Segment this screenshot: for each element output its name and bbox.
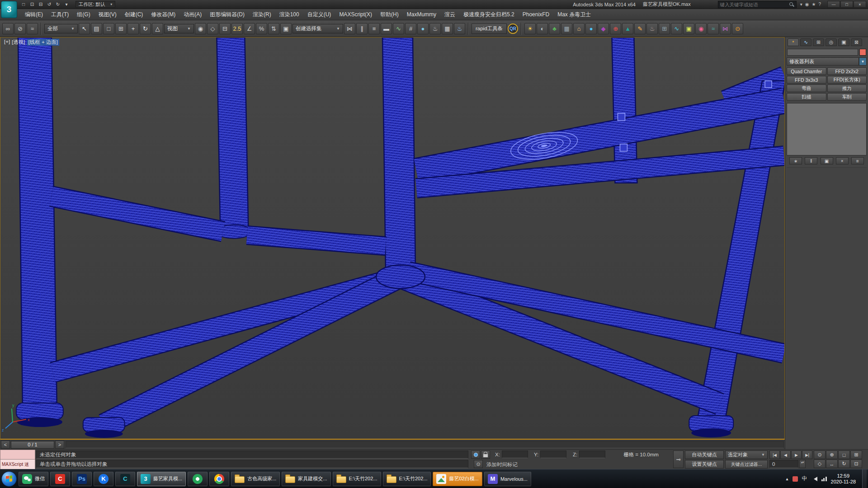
add-time-tag[interactable]: 添加时间标记 xyxy=(486,461,518,468)
menu-item[interactable]: 渲染(R) xyxy=(249,9,275,20)
named-selection-sets-dropdown[interactable]: 创建选择集 ▼ xyxy=(292,24,343,33)
bind-to-spacewarp-icon[interactable]: ≈ xyxy=(27,23,38,34)
tray-security-icon[interactable] xyxy=(793,476,798,482)
qat-dropdown-icon[interactable]: ▾ xyxy=(63,1,70,8)
modifier-button[interactable]: 推力 xyxy=(827,84,867,92)
taskbar-item-tengyi02[interactable]: 藤艺02白模... xyxy=(433,472,482,486)
pencil-icon[interactable]: ✎ xyxy=(634,23,646,34)
select-by-name-icon[interactable]: ▤ xyxy=(91,23,102,34)
grid-array-icon[interactable]: ▦ xyxy=(561,23,572,34)
start-button[interactable] xyxy=(1,471,17,487)
time-slider-handle[interactable]: 0 / 1 xyxy=(11,441,54,449)
menu-item[interactable]: 帮助(H) xyxy=(376,9,403,20)
mirror-icon[interactable]: ⋈ xyxy=(344,23,355,34)
menu-item[interactable]: 渲染100 xyxy=(275,9,303,20)
workspace-selector[interactable]: 工作区: 默认 ▾ xyxy=(75,1,115,8)
maxscript-mini-listener[interactable]: MAXScript 迷 xyxy=(0,450,35,469)
menu-item[interactable]: 图形编辑器(D) xyxy=(206,9,249,20)
align-icon[interactable]: ∥ xyxy=(356,23,368,34)
menu-item[interactable]: 渲云 xyxy=(440,9,459,20)
play-icon[interactable]: ▶ xyxy=(791,450,802,459)
target-plus-icon[interactable]: ⊕ xyxy=(610,23,621,34)
select-object-icon[interactable]: ↖ xyxy=(79,23,90,34)
curve-editor-icon[interactable]: ∿ xyxy=(393,23,404,34)
favorites-star-icon[interactable]: ★ xyxy=(811,2,816,7)
modifier-button[interactable]: FFD 2x2x2 xyxy=(827,67,867,75)
current-frame-field[interactable]: 0 xyxy=(769,460,798,468)
next-frame-button[interactable]: > xyxy=(55,441,64,449)
search-icon[interactable] xyxy=(789,2,794,7)
key-filters-button[interactable]: 关键点过滤器... xyxy=(725,460,768,469)
select-and-scale-icon[interactable]: △ xyxy=(152,23,163,34)
undo-icon[interactable]: ↺ xyxy=(46,1,53,8)
approx-icon[interactable]: ≈ xyxy=(708,23,719,34)
taskbar-item-folder-2[interactable]: 家具建模交... xyxy=(282,472,330,486)
graphite-ribbon-icon[interactable]: ▬ xyxy=(381,23,392,34)
taskbar-item-folder-4[interactable]: E:\天竹202... xyxy=(383,472,431,486)
window-crossing-icon[interactable]: ⊞ xyxy=(115,23,127,34)
layer-manager-icon[interactable]: ≡ xyxy=(368,23,380,34)
go-to-start-icon[interactable]: |◀ xyxy=(769,450,780,459)
percent-snap-icon[interactable]: % xyxy=(256,23,267,34)
modifier-button[interactable]: 扫描 xyxy=(787,93,826,101)
motion-tab[interactable]: ◎ xyxy=(826,38,837,46)
zoom-extents-icon[interactable]: □ xyxy=(838,450,850,459)
reference-coordinate-dropdown[interactable]: 视图 ▼ xyxy=(164,24,194,33)
render-setup-icon[interactable]: ♨ xyxy=(429,23,441,34)
viewport-canvas[interactable]: x y z xyxy=(0,38,784,439)
viewport-menu-view[interactable]: [透视] xyxy=(12,39,25,46)
display-tab[interactable]: ▣ xyxy=(838,38,849,46)
taskbar-item-chrome[interactable] xyxy=(209,472,229,486)
utilities-tab[interactable]: ⊠ xyxy=(851,38,862,46)
go-to-end-icon[interactable]: ▶| xyxy=(802,450,812,459)
z-coordinate-field[interactable] xyxy=(579,450,605,458)
menu-item[interactable]: 组(G) xyxy=(73,9,94,20)
x-coordinate-field[interactable] xyxy=(502,450,528,458)
taskbar-item-folder-1[interactable]: 古色高级家... xyxy=(231,472,280,486)
menu-item[interactable]: Max 杀毒卫士 xyxy=(553,9,595,20)
volume-icon[interactable] xyxy=(811,477,817,481)
perspective-viewport[interactable]: [+] [透视] [线框 + 边面] xyxy=(0,37,785,440)
previous-frame-button[interactable]: < xyxy=(1,441,10,449)
model-left-foot[interactable] xyxy=(16,403,63,427)
maximize-button[interactable]: □ xyxy=(840,1,853,8)
model-center-junction[interactable] xyxy=(376,265,425,288)
taskbar-item-folder-3[interactable]: E:\天竹202... xyxy=(333,472,381,486)
select-and-manipulate-icon[interactable]: ◇ xyxy=(207,23,218,34)
save-file-icon[interactable]: ⊟ xyxy=(37,1,44,8)
make-unique-icon[interactable]: ▣ xyxy=(821,157,833,164)
object-color-swatch[interactable] xyxy=(859,49,866,56)
pin-stack-icon[interactable]: ∗ xyxy=(789,157,802,164)
rendered-frame-icon[interactable]: ▦ xyxy=(442,23,453,34)
menu-item[interactable]: PhoenixFD xyxy=(519,10,553,19)
model-joint-knob[interactable] xyxy=(765,81,772,88)
taskbar-item-c4d[interactable]: C xyxy=(115,472,135,486)
diamond-icon[interactable]: ◆ xyxy=(598,23,609,34)
rapid-toolbar-button[interactable]: rapid工具条 xyxy=(472,23,507,34)
zoom-extents-all-icon[interactable]: ⊞ xyxy=(850,450,862,459)
taskbar-item-photoshop[interactable]: Ps xyxy=(72,472,92,486)
maxscript-listener-pane[interactable]: MAXScript 迷 xyxy=(0,460,35,469)
half-sphere-icon[interactable]: ◐ xyxy=(537,23,548,34)
selection-filter-dropdown[interactable]: 全部 ▼ xyxy=(44,24,78,33)
zoom-region-icon[interactable]: ◇ xyxy=(814,460,826,468)
modifier-button[interactable]: 车削 xyxy=(827,93,867,101)
menu-item[interactable]: MaxMummy xyxy=(403,10,440,19)
zoom-icon[interactable]: ⊙ xyxy=(814,450,826,459)
ime-indicator[interactable]: 中 xyxy=(802,475,807,483)
circle-dot-icon[interactable]: ⊙ xyxy=(732,23,743,34)
orbit-icon[interactable]: ↻ xyxy=(838,460,850,468)
set-key-button[interactable]: 设置关键点 xyxy=(685,460,724,469)
new-scene-icon[interactable]: □ xyxy=(20,1,27,8)
viewport-menu-shading[interactable]: [线框 + 边面] xyxy=(27,39,60,46)
fisheye-icon[interactable]: ◉ xyxy=(695,23,707,34)
create-tab[interactable]: * xyxy=(788,38,799,46)
render-production-icon[interactable]: ♨ xyxy=(454,23,465,34)
taskbar-item-3dsmax[interactable]: 3 藤艺家具模... xyxy=(137,472,186,486)
taskbar-item-green-browser[interactable] xyxy=(188,472,208,486)
taskbar-clock[interactable]: 12:59 2020-11-28 xyxy=(831,473,856,485)
communication-center-icon[interactable]: ◉ xyxy=(805,2,809,7)
menu-item[interactable]: 工具(T) xyxy=(47,9,73,20)
keyboard-override-icon[interactable]: ⊟ xyxy=(219,23,231,34)
modifier-button[interactable]: Quad Chamfer xyxy=(787,67,826,75)
